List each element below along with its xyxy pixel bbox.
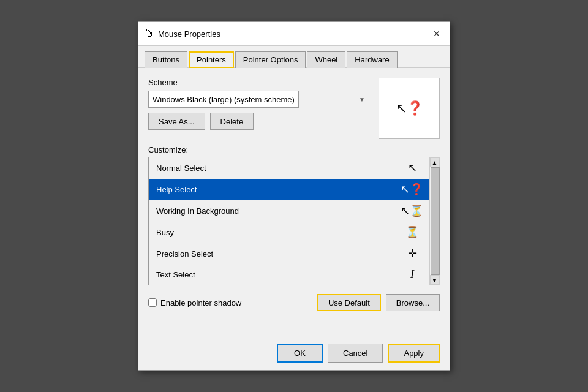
close-button[interactable]: ✕ xyxy=(430,27,443,40)
dialog-title: Mouse Properties xyxy=(158,29,221,39)
dialog-content: Scheme Windows Black (large) (system sch… xyxy=(138,68,450,336)
apply-button[interactable]: Apply xyxy=(388,344,440,363)
scroll-down-button[interactable]: ▼ xyxy=(430,275,440,285)
scheme-select[interactable]: Windows Black (large) (system scheme) Wi… xyxy=(148,91,299,108)
cursor-list-container: Normal Select ↖ Help Select ↖❓ Working I… xyxy=(148,157,440,285)
save-as-button[interactable]: Save As... xyxy=(148,113,205,130)
ok-button[interactable]: OK xyxy=(277,344,323,363)
cursor-item-precision-select[interactable]: Precision Select ✛ xyxy=(149,243,429,265)
scroll-thumb[interactable] xyxy=(431,167,439,275)
cursor-list: Normal Select ↖ Help Select ↖❓ Working I… xyxy=(149,157,429,285)
pointer-shadow-checkbox[interactable] xyxy=(148,298,157,307)
scrollbar: ▲ ▼ xyxy=(429,157,439,285)
scheme-label: Scheme xyxy=(148,78,369,87)
dialog-footer: OK Cancel Apply xyxy=(138,336,450,370)
scheme-row: Scheme Windows Black (large) (system sch… xyxy=(148,78,440,139)
scheme-left: Scheme Windows Black (large) (system sch… xyxy=(148,78,369,130)
scroll-up-button[interactable]: ▲ xyxy=(430,157,440,167)
cursor-item-icon: ✛ xyxy=(401,247,423,260)
cursor-item-icon: ↖⏳ xyxy=(401,204,423,217)
cursor-item-icon: I xyxy=(401,268,423,281)
cursor-item-help-select[interactable]: Help Select ↖❓ xyxy=(149,179,429,200)
preview-icon: ↖❓ xyxy=(396,100,423,116)
dialog-icon: 🖱 xyxy=(145,28,154,39)
customize-section: Customize: Normal Select ↖ Help Select ↖… xyxy=(148,145,440,285)
use-default-button[interactable]: Use Default xyxy=(317,294,381,311)
cursor-item-name: Normal Select xyxy=(156,164,206,173)
cursor-item-normal-select[interactable]: Normal Select ↖ xyxy=(149,157,429,179)
mouse-properties-dialog: 🖱 Mouse Properties ✕ Buttons Pointers Po… xyxy=(138,21,450,371)
cursor-item-name: Help Select xyxy=(156,185,197,194)
tab-pointers[interactable]: Pointers xyxy=(189,51,234,68)
cursor-item-text-select[interactable]: Text Select I xyxy=(149,265,429,285)
customize-label: Customize: xyxy=(148,145,440,154)
cursor-item-name: Precision Select xyxy=(156,249,213,258)
cursor-item-busy[interactable]: Busy ⏳ xyxy=(149,222,429,243)
tab-buttons[interactable]: Buttons xyxy=(145,51,187,68)
cursor-item-icon: ↖❓ xyxy=(401,183,423,196)
scheme-select-wrapper: Windows Black (large) (system scheme) Wi… xyxy=(148,91,369,108)
cursor-item-icon: ⏳ xyxy=(401,225,423,239)
cursor-item-name: Busy xyxy=(156,228,174,237)
title-bar-left: 🖱 Mouse Properties xyxy=(145,28,221,39)
cursor-preview: ↖❓ xyxy=(379,78,440,139)
bottom-options: Enable pointer shadow Use Default Browse… xyxy=(148,294,440,311)
tab-pointer-options[interactable]: Pointer Options xyxy=(235,51,306,68)
cursor-item-icon: ↖ xyxy=(401,161,423,175)
cancel-button[interactable]: Cancel xyxy=(328,344,383,363)
tabs-bar: Buttons Pointers Pointer Options Wheel H… xyxy=(138,46,450,68)
tab-hardware[interactable]: Hardware xyxy=(347,51,397,68)
scheme-buttons: Save As... Delete xyxy=(148,113,369,130)
browse-button[interactable]: Browse... xyxy=(386,294,440,311)
cursor-item-working-background[interactable]: Working In Background ↖⏳ xyxy=(149,200,429,222)
delete-button[interactable]: Delete xyxy=(210,113,254,130)
pointer-shadow-label[interactable]: Enable pointer shadow xyxy=(148,298,241,307)
bottom-buttons: Use Default Browse... xyxy=(317,294,440,311)
cursor-item-name: Working In Background xyxy=(156,206,239,216)
title-bar: 🖱 Mouse Properties ✕ xyxy=(138,22,450,46)
cursor-item-name: Text Select xyxy=(156,270,195,279)
tab-wheel[interactable]: Wheel xyxy=(307,51,345,68)
pointer-shadow-text: Enable pointer shadow xyxy=(160,298,241,307)
